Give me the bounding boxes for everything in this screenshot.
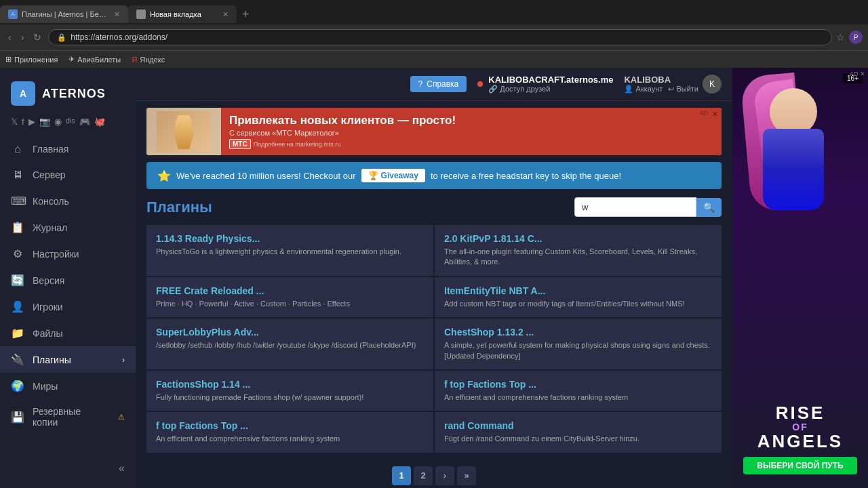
sidebar-item-home[interactable]: ⌂ Главная [0, 136, 136, 162]
account-icon: 👤 [624, 85, 633, 93]
account-button[interactable]: 👤 Аккаунт [624, 85, 663, 94]
plugin-card-2[interactable]: FREE Crate Reloaded ... Prime · HQ · Pow… [146, 277, 433, 317]
page-1-button[interactable]: 1 [392, 466, 411, 485]
bookmark-apps[interactable]: ⊞ Приложения [5, 55, 58, 64]
main-container: A ATERNOS 𝕏 f ▶ 📷 ◉ dis 🎮 🐙 ⌂ Главная 🖥 … [0, 68, 868, 488]
plugin-name-4: SuperLobbyPlus Adv... [156, 327, 424, 338]
instagram-icon[interactable]: 📷 [39, 117, 50, 127]
game-name-rise: RISE [743, 403, 856, 423]
content-area: ? Справка KALIBOBACRAFT.aternos.me 🔗 Дос… [136, 68, 868, 488]
next-page-button[interactable]: › [435, 466, 454, 485]
plugin-card-3[interactable]: ItemEntityTile NBT A... Add custom NBT t… [435, 277, 722, 317]
reload-button[interactable]: ↻ [31, 30, 44, 44]
new-tab-button[interactable]: + [237, 7, 255, 22]
page-content: Привлекать новых клиентов — просто! С се… [136, 108, 732, 488]
plugins-arrow: › [122, 355, 125, 365]
extension-icon[interactable]: P [849, 30, 863, 44]
address-bar[interactable]: 🔒 https://aternos.org/addons/ [48, 29, 832, 45]
bookmark-yandex[interactable]: Я Яндекс [132, 56, 165, 64]
address-bar-row: ‹ › ↻ 🔒 https://aternos.org/addons/ ☆ P [0, 24, 868, 50]
logout-icon: ↩ [668, 85, 674, 93]
right-ad-title: RISE OF ANGELS ВЫБЕРИ СВОЙ ПУТЬ [743, 403, 856, 474]
bookmark-button[interactable]: ☆ [836, 32, 845, 43]
sidebar-item-journal[interactable]: 📋 Журнал [0, 214, 136, 241]
sidebar-item-backups[interactable]: 💾 Резервные копии ⚠ [0, 399, 136, 434]
giveaway-text-after: to receive a free headstart key to skip … [431, 171, 621, 181]
plugin-card-4[interactable]: SuperLobbyPlus Adv... /setlobby /sethub … [146, 319, 433, 369]
sidebar-item-console[interactable]: ⌨ Консоль [0, 188, 136, 214]
youtube-icon[interactable]: ▶ [28, 117, 35, 127]
search-input[interactable] [574, 197, 696, 217]
plugin-name-7: f top Factions Top ... [444, 379, 712, 390]
last-page-button[interactable]: » [457, 466, 476, 485]
plugin-desc-8: An efficient and comprehensive factions … [156, 434, 424, 444]
facebook-icon[interactable]: f [22, 117, 24, 127]
plugin-card-0[interactable]: 1.14.3 Ready Physics... PhysicsToGo is a… [146, 225, 433, 276]
plugin-card-8[interactable]: f top Factions Top ... An efficient and … [146, 412, 433, 452]
game-name-angels: ANGELS [743, 432, 856, 451]
yandex-icon: Я [132, 56, 137, 64]
warning-icon: ⚠ [118, 413, 125, 422]
ad-subtitle: С сервисом «МТС Маркетолог» [229, 129, 713, 137]
help-button[interactable]: ? Справка [410, 76, 467, 92]
plugin-card-7[interactable]: f top Factions Top ... An efficient and … [435, 371, 722, 411]
twitter-icon[interactable]: 𝕏 [11, 117, 18, 127]
ad-banner: Привлекать новых клиентов — просто! С се… [146, 108, 722, 155]
ad-close-button[interactable]: ✕ [712, 110, 718, 119]
bookmark-avia[interactable]: ✈ АвиаБилеты [68, 55, 121, 64]
collapse-button[interactable]: « [119, 462, 125, 474]
giveaway-text-before: We've reached 10 million users! Checkout… [176, 171, 356, 181]
plugin-name-1: 2.0 KitPvP 1.81.14 C... [444, 233, 712, 244]
ad-title: Привлекать новых клиентов — просто! [229, 114, 713, 127]
user-info: KALIBOBA 👤 Аккаунт ↩ Выйти K [624, 75, 722, 94]
plugin-desc-3: Add custom NBT tags or modify tags of It… [444, 299, 712, 309]
plugin-desc-4: /setlobby /sethub /lobby /hub /twitter /… [156, 340, 424, 350]
plugin-card-5[interactable]: ChestShop 1.13.2 ... A simple, yet power… [435, 319, 722, 369]
sidebar-item-server[interactable]: 🖥 Сервер [0, 162, 136, 188]
reddit-icon[interactable]: ◉ [54, 117, 62, 127]
giveaway-button[interactable]: 🏆 Giveaway [361, 169, 425, 182]
tab-2[interactable]: Новая вкладка ✕ [128, 5, 237, 23]
teamspeak-icon[interactable]: 🎮 [79, 117, 90, 127]
sidebar-item-plugins[interactable]: 🔌 Плагины › [0, 346, 136, 373]
search-button[interactable]: 🔍 [696, 198, 722, 217]
top-bar: ? Справка KALIBOBACRAFT.aternos.me 🔗 Дос… [136, 68, 732, 101]
plugin-card-9[interactable]: rand Command Fügt den /rand Command zu e… [435, 412, 722, 452]
tab-2-close[interactable]: ✕ [222, 10, 229, 19]
sidebar-logo: A ATERNOS [0, 75, 136, 117]
plugin-desc-6: Fully functioning premade Factions shop … [156, 392, 424, 403]
tab-1-close[interactable]: ✕ [114, 10, 120, 19]
tab-1[interactable]: A Плагины | Aternos | Бесплатн... ✕ [0, 5, 128, 23]
trophy-icon: 🏆 [368, 171, 378, 180]
plugin-desc-0: PhysicsToGo is a lightweight physics & e… [156, 247, 424, 257]
browser-chrome: A Плагины | Aternos | Бесплатн... ✕ Нова… [0, 0, 868, 68]
worlds-icon: 🌍 [11, 380, 24, 392]
server-name: KALIBOBACRAFT.aternos.me [488, 75, 613, 85]
logo-text: ATERNOS [42, 87, 106, 101]
logout-button[interactable]: ↩ Выйти [668, 85, 698, 94]
play-button[interactable]: ВЫБЕРИ СВОЙ ПУТЬ [743, 457, 856, 474]
plugin-name-3: ItemEntityTile NBT A... [444, 285, 712, 296]
tab-1-label: Плагины | Aternos | Бесплатн... [22, 10, 110, 18]
plugin-name-9: rand Command [444, 420, 712, 431]
sidebar-item-version[interactable]: 🔄 Версия [0, 267, 136, 293]
ad-image [146, 108, 221, 155]
apps-icon: ⊞ [5, 55, 12, 64]
github-icon[interactable]: 🐙 [94, 117, 105, 127]
page-2-button[interactable]: 2 [414, 466, 433, 485]
plugin-card-1[interactable]: 2.0 KitPvP 1.81.14 C... The all-in-one p… [435, 225, 722, 276]
back-button[interactable]: ‹ [5, 30, 14, 44]
forward-button[interactable]: › [18, 30, 27, 44]
files-icon: 📁 [11, 327, 24, 340]
plugin-card-6[interactable]: FactionsShop 1.14 ... Fully functioning … [146, 371, 433, 411]
user-actions: 👤 Аккаунт ↩ Выйти [624, 85, 698, 94]
discord-icon[interactable]: dis [66, 117, 75, 127]
sidebar-collapse: « [0, 455, 136, 481]
server-sub: 🔗 Доступ друзей [488, 85, 613, 94]
social-icons-row: 𝕏 f ▶ 📷 ◉ dis 🎮 🐙 [0, 117, 136, 136]
sidebar-item-players[interactable]: 👤 Игроки [0, 293, 136, 320]
sidebar-item-settings[interactable]: ⚙ Настройки [0, 241, 136, 267]
sidebar-item-files[interactable]: 📁 Файлы [0, 320, 136, 346]
url-text: https://aternos.org/addons/ [71, 33, 167, 42]
sidebar-item-worlds[interactable]: 🌍 Миры [0, 373, 136, 399]
